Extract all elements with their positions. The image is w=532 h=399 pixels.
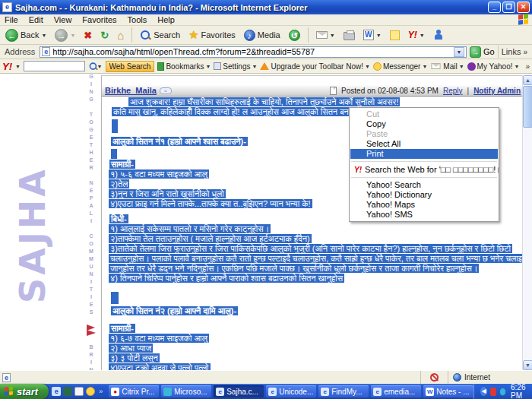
taskbar-button-citrix[interactable]: Citrix Pr... bbox=[109, 385, 159, 397]
address-dropdown-icon[interactable]: ▼ bbox=[454, 47, 464, 57]
start-button[interactable]: start bbox=[0, 384, 49, 399]
taskbar-button-notes[interactable]: Notes - ... bbox=[423, 385, 473, 397]
my-yahoo-button[interactable]: My Yahoo! ▼ bbox=[467, 62, 520, 71]
quicklaunch-globe-icon[interactable] bbox=[63, 387, 72, 396]
yahoo-logo-icon[interactable]: Y! bbox=[2, 61, 12, 72]
edit-with-word-button[interactable]: W ▼ bbox=[361, 29, 384, 41]
context-yahoo-search[interactable]: Yahoo! Search bbox=[350, 180, 499, 190]
yahoo-search-input[interactable] bbox=[24, 61, 85, 71]
history-button[interactable]: ↺ bbox=[287, 29, 302, 42]
context-copy[interactable]: Copy bbox=[350, 119, 499, 129]
media-button[interactable]: ♪ Media bbox=[242, 29, 283, 42]
stop-button[interactable]: ✖ bbox=[81, 29, 94, 42]
taskbar-button-unicode[interactable]: Unicode... bbox=[266, 385, 316, 397]
start-flag-icon bbox=[5, 386, 14, 396]
yahoo-logo-dropdown-icon[interactable]: ▼ bbox=[15, 64, 21, 69]
yahoo-companion-button[interactable]: Y! ▼ bbox=[406, 29, 427, 41]
tray-icon-2[interactable] bbox=[499, 388, 506, 396]
discuss-button[interactable] bbox=[388, 30, 402, 41]
menu-file[interactable]: File bbox=[5, 15, 18, 24]
selection-artifact bbox=[111, 292, 119, 304]
messenger-button[interactable] bbox=[431, 29, 446, 41]
search-button[interactable]: Search bbox=[138, 29, 182, 42]
home-button[interactable]: ⌂ bbox=[115, 28, 126, 43]
ie-window: e Sajha.com - - Kurakani: Kathmandu in I… bbox=[0, 0, 532, 399]
address-input[interactable]: e http://sajha.com/sajha/html/openThread… bbox=[40, 46, 467, 58]
edit-dropdown-icon[interactable]: ▼ bbox=[376, 33, 382, 38]
quicklaunch-ie-icon[interactable]: e bbox=[52, 387, 61, 396]
quicklaunch-smiley-icon[interactable] bbox=[86, 387, 95, 396]
sajha-tagline-column: GING TOGETHER NEPALI COMMUNITIES BRINGIN… bbox=[85, 74, 97, 370]
favorites-button[interactable]: ★ Favorites bbox=[186, 27, 238, 43]
post-text-line: ४)एउटा टुक्रो अदुवा जे पत्लो पत्लो bbox=[109, 363, 211, 370]
quicklaunch-chevron-icon[interactable]: » bbox=[99, 388, 103, 395]
ingredients-title: सामाग्री- bbox=[109, 160, 135, 169]
notify-admin-link[interactable]: Notify Admin bbox=[473, 87, 521, 95]
yahoo-dropdown-icon[interactable]: ▼ bbox=[420, 33, 425, 38]
context-select-all[interactable]: Select All bbox=[350, 139, 499, 149]
scrollbar-thumb[interactable] bbox=[523, 86, 532, 128]
quick-launch: e » bbox=[49, 387, 106, 396]
forward-button[interactable]: → ▼ bbox=[52, 28, 78, 43]
print-button[interactable] bbox=[341, 29, 357, 41]
restore-button[interactable]: ❐ bbox=[502, 2, 515, 13]
upgrade-label: Upgrade your Toolbar Now! bbox=[271, 62, 363, 71]
context-yahoo-sms[interactable]: Yahoo! SMS bbox=[350, 210, 499, 220]
taskbar-button-findmy[interactable]: FindMy... bbox=[318, 385, 369, 397]
close-button[interactable]: ✕ bbox=[517, 2, 530, 13]
bookmarks-label: Bookmarks bbox=[166, 62, 204, 71]
refresh-button[interactable]: ↻ bbox=[98, 29, 111, 42]
context-search-web[interactable]: Y! Search the Web for '□□ □□□□□□□□! □□..… bbox=[350, 164, 499, 175]
status-blocked-pane bbox=[421, 371, 448, 384]
vertical-scrollbar[interactable]: ▲ ▼ bbox=[522, 75, 532, 370]
mail-button[interactable]: ▼ bbox=[314, 30, 337, 40]
forward-icon: → bbox=[55, 29, 68, 42]
title-bar: e Sajha.com - - Kurakani: Kathmandu in I… bbox=[0, 0, 532, 14]
tray-icon-1[interactable] bbox=[490, 388, 496, 396]
quicklaunch-notepad-icon[interactable] bbox=[74, 387, 84, 396]
post-text-line: २) आधा प्याज bbox=[109, 344, 153, 353]
links-bar[interactable]: Links » bbox=[498, 46, 530, 58]
mail-dropdown-icon[interactable]: ▼ bbox=[330, 33, 335, 38]
settings-button[interactable]: Settings ▼ bbox=[214, 62, 257, 71]
print-icon bbox=[344, 32, 355, 40]
web-search-button[interactable]: Web Search bbox=[106, 61, 155, 72]
context-yahoo-maps[interactable]: Yahoo! Maps bbox=[350, 200, 499, 210]
taskbar-button-emedia[interactable]: emedia... bbox=[371, 385, 421, 397]
upgrade-toolbar-button[interactable]: Upgrade your Toolbar Now! ▼ bbox=[260, 62, 370, 71]
go-label: Go bbox=[483, 47, 495, 56]
yahoo-search-icon[interactable] bbox=[88, 62, 93, 71]
tagline-segment: GING bbox=[89, 74, 94, 104]
post-text-line: २)तेल bbox=[109, 179, 129, 188]
scroll-down-icon[interactable]: ▼ bbox=[523, 360, 532, 370]
back-dropdown-icon[interactable]: ▼ bbox=[41, 33, 46, 38]
context-print[interactable]: Print bbox=[350, 149, 498, 159]
minimize-button[interactable]: _ bbox=[488, 2, 501, 13]
search-label: Search bbox=[154, 30, 180, 40]
taskbar-button-microsoft[interactable]: Microso... bbox=[161, 385, 211, 397]
yahoo-search-dropdown-icon[interactable]: ▼ bbox=[97, 64, 103, 69]
favorites-label: Favorites bbox=[201, 30, 236, 40]
menu-favorites[interactable]: Favorites bbox=[82, 15, 116, 24]
go-button[interactable]: → Go bbox=[470, 46, 495, 58]
tray-chevron-icon[interactable]: ◀ bbox=[480, 387, 487, 396]
scroll-up-icon[interactable]: ▲ bbox=[523, 75, 532, 85]
post-heading: आलुको सितन नं१ (हाम्रो आफ्नै श्वास बढाउन… bbox=[111, 137, 248, 146]
menu-view[interactable]: View bbox=[54, 15, 72, 24]
yahoo-messenger-button[interactable]: Messenger ▼ bbox=[373, 62, 427, 71]
messenger-icon bbox=[433, 30, 444, 40]
post-text-line: १) ५-६ वटा मध्यम साइजको आलु bbox=[109, 169, 209, 179]
selection-artifact bbox=[111, 149, 117, 159]
context-yahoo-dictionary[interactable]: Yahoo! Dictionary bbox=[350, 190, 499, 200]
yahoo-mail-button[interactable]: Mail ▼ bbox=[430, 62, 464, 71]
bookmarks-button[interactable]: Bookmarks ▼ bbox=[157, 62, 211, 71]
yahoo-mail-label: Mail bbox=[443, 62, 457, 71]
taskbar-button-sajha[interactable]: Sajha.c... bbox=[214, 385, 264, 397]
back-button[interactable]: ← Back ▼ bbox=[3, 28, 49, 43]
menu-tools[interactable]: Tools bbox=[128, 15, 147, 24]
post-author-link[interactable]: Birkhe_Maila bbox=[105, 86, 157, 95]
reply-link[interactable]: Reply bbox=[443, 87, 463, 95]
toolbar-overflow-chevron-icon[interactable]: » bbox=[525, 62, 530, 71]
menu-help[interactable]: Help bbox=[157, 15, 175, 24]
menu-edit[interactable]: Edit bbox=[29, 15, 43, 24]
